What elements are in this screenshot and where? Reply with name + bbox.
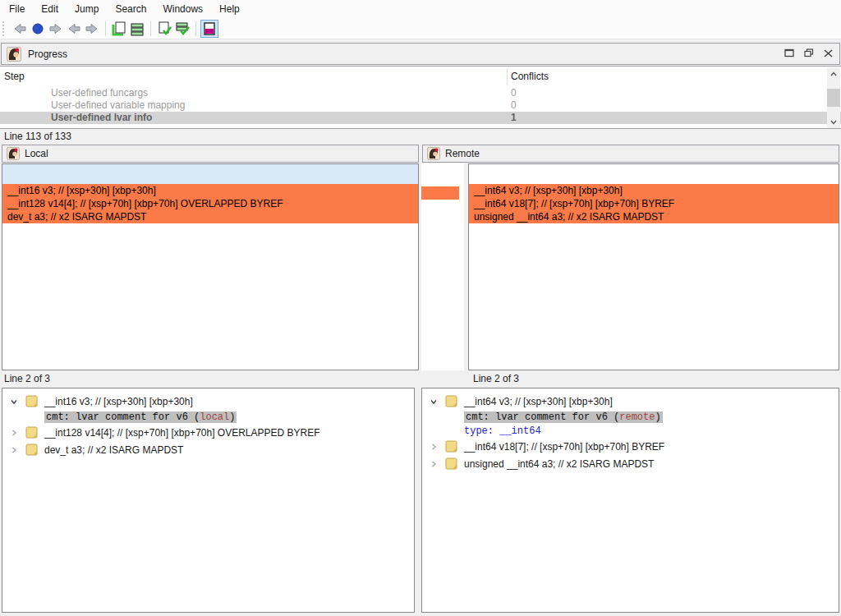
step-name: User-defined lvar info	[51, 112, 152, 124]
prev-conflict-icon[interactable]	[65, 20, 83, 38]
chevron-right-icon[interactable]	[428, 460, 439, 468]
lvar-comment: cmt: lvar comment for v6 (remote)	[464, 411, 663, 423]
local-pane-header: Local	[2, 145, 419, 163]
tree-row[interactable]: __int64 v3; // [xsp+30h] [xbp+30h]	[422, 393, 839, 410]
toolbar-separator	[195, 21, 196, 36]
tree-row[interactable]: dev_t a3; // x2 ISARG MAPDST	[2, 441, 414, 458]
steps-header: Step Conflicts	[0, 67, 841, 87]
close-icon[interactable]	[824, 48, 833, 60]
nav-forward-icon[interactable]	[47, 20, 65, 38]
menu-search[interactable]: Search	[107, 0, 154, 18]
local-diff-pane[interactable]: __int16 v3; // [xsp+30h] [xbp+30h] __int…	[2, 163, 419, 370]
current-line-highlight[interactable]	[2, 164, 418, 184]
maximize-button[interactable]	[784, 48, 794, 60]
doc-local-icon[interactable]	[110, 20, 128, 38]
merge-view-icon[interactable]	[200, 20, 218, 38]
chevron-down-icon[interactable]	[8, 398, 20, 406]
folder-icon	[445, 395, 457, 407]
toolbar-separator	[150, 21, 151, 36]
list-accept-icon[interactable]	[173, 20, 191, 38]
toolbar-separator	[105, 21, 106, 36]
tree-row[interactable]: __int16 v3; // [xsp+30h] [xbp+30h]	[2, 393, 414, 410]
remote-diff-pane[interactable]: __int64 v3; // [xsp+30h] [xbp+30h] __int…	[468, 163, 839, 370]
menu-bar: File Edit Jump Search Windows Help	[0, 0, 841, 18]
current-position-icon[interactable]	[29, 20, 47, 38]
local-pane-title: Local	[25, 148, 48, 159]
code-line[interactable]: dev_t a3; // x2 ISARG MAPDST	[2, 210, 418, 223]
tree-row[interactable]: __int64 v18[7]; // [xsp+70h] [xbp+70h] B…	[422, 438, 839, 455]
toolbar-drag-handle[interactable]	[2, 21, 6, 36]
menu-windows[interactable]: Windows	[154, 0, 211, 18]
menu-help[interactable]: Help	[211, 0, 248, 18]
chevron-right-icon[interactable]	[8, 446, 20, 454]
list-local-icon[interactable]	[128, 20, 146, 38]
menu-edit[interactable]: Edit	[33, 0, 67, 18]
scroll-thumb[interactable]	[827, 89, 840, 107]
tree-item-label: __int64 v18[7]; // [xsp+70h] [xbp+70h] B…	[464, 441, 664, 453]
column-step: Step	[4, 71, 25, 82]
step-conflicts: 0	[511, 87, 517, 99]
detail-strip: Line 2 of 3 Line 2 of 3	[0, 370, 841, 388]
conflict-marker[interactable]	[421, 186, 459, 200]
local-detail-line-status: Line 2 of 3	[4, 370, 50, 388]
navigator-strip: Line 113 of 133	[0, 129, 841, 145]
code-line[interactable]: __int128 v14[4]; // [xsp+70h] [xbp+70h] …	[2, 197, 418, 210]
local-conflict-block[interactable]: __int16 v3; // [xsp+30h] [xbp+30h] __int…	[2, 184, 418, 223]
remote-pane-title: Remote	[445, 148, 480, 159]
restore-button[interactable]	[804, 48, 814, 60]
step-name: User-defined funcargs	[51, 87, 148, 99]
tree-item-label: dev_t a3; // x2 ISARG MAPDST	[44, 444, 183, 456]
tree-attr-row[interactable]: type: __int64	[422, 424, 839, 438]
menu-jump[interactable]: Jump	[67, 0, 107, 18]
merge-gutter	[421, 163, 464, 387]
ida-logo-icon	[7, 147, 20, 160]
code-line[interactable]: __int16 v3; // [xsp+30h] [xbp+30h]	[2, 184, 418, 197]
tree-row[interactable]: unsigned __int64 a3; // x2 ISARG MAPDST	[422, 455, 839, 472]
chevron-down-icon[interactable]	[428, 398, 439, 406]
remote-detail-line-status: Line 2 of 3	[473, 370, 519, 388]
step-name: User-defined variable mapping	[51, 99, 185, 112]
step-row-selected[interactable]: User-defined lvar info 1	[0, 112, 841, 124]
progress-titlebar: Progress	[1, 43, 840, 65]
scroll-down-icon[interactable]	[827, 116, 840, 128]
tree-row[interactable]: __int128 v14[4]; // [xsp+70h] [xbp+70h] …	[2, 424, 414, 441]
step-conflicts: 1	[511, 112, 517, 124]
ida-logo-icon	[427, 147, 440, 160]
doc-accept-icon[interactable]	[155, 20, 173, 38]
tree-item-label: __int128 v14[4]; // [xsp+70h] [xbp+70h] …	[44, 427, 320, 439]
tree-attr-row[interactable]: cmt: lvar comment for v6 (remote)	[422, 410, 839, 424]
menu-file[interactable]: File	[1, 0, 33, 18]
column-conflicts: Conflicts	[511, 71, 549, 82]
step-conflicts: 0	[511, 99, 517, 112]
step-row[interactable]: User-defined funcargs 0	[0, 87, 841, 99]
code-line[interactable]: __int64 v18[7]; // [xsp+70h] [xbp+70h] B…	[469, 197, 839, 210]
folder-icon	[25, 444, 38, 456]
lvar-comment: cmt: lvar comment for v6 (local)	[44, 411, 237, 423]
code-line[interactable]: __int64 v3; // [xsp+30h] [xbp+30h]	[469, 184, 839, 197]
nav-back-icon[interactable]	[11, 20, 29, 38]
remote-detail-tree[interactable]: __int64 v3; // [xsp+30h] [xbp+30h] cmt: …	[421, 388, 839, 613]
line-status: Line 113 of 133	[4, 129, 71, 145]
tree-attr-row[interactable]: cmt: lvar comment for v6 (local)	[2, 410, 414, 424]
local-detail-tree[interactable]: __int16 v3; // [xsp+30h] [xbp+30h] cmt: …	[2, 388, 415, 613]
tree-item-label: unsigned __int64 a3; // x2 ISARG MAPDST	[464, 458, 654, 470]
tree-item-label: __int16 v3; // [xsp+30h] [xbp+30h]	[44, 396, 193, 407]
chevron-right-icon[interactable]	[428, 443, 439, 451]
current-line-row[interactable]	[469, 164, 839, 184]
scroll-up-icon[interactable]	[827, 67, 840, 80]
steps-table: Step Conflicts User-defined funcargs 0 U…	[0, 66, 841, 129]
next-conflict-icon[interactable]	[83, 20, 101, 38]
lvar-type: type: __int64	[464, 425, 541, 437]
code-line[interactable]: unsigned __int64 a3; // x2 ISARG MAPDST	[469, 210, 839, 223]
merge-window: File Edit Jump Search Windows Help	[0, 0, 841, 616]
folder-icon	[445, 440, 457, 453]
chevron-right-icon[interactable]	[8, 429, 20, 437]
step-row[interactable]: User-defined variable mapping 0	[0, 99, 841, 112]
steps-scrollbar[interactable]	[827, 67, 840, 128]
progress-title: Progress	[28, 48, 67, 60]
remote-conflict-block[interactable]: __int64 v3; // [xsp+30h] [xbp+30h] __int…	[469, 184, 839, 223]
toolbar	[0, 18, 841, 39]
folder-icon	[25, 426, 38, 439]
ida-logo-icon	[7, 47, 21, 62]
column-divider[interactable]	[507, 68, 508, 85]
